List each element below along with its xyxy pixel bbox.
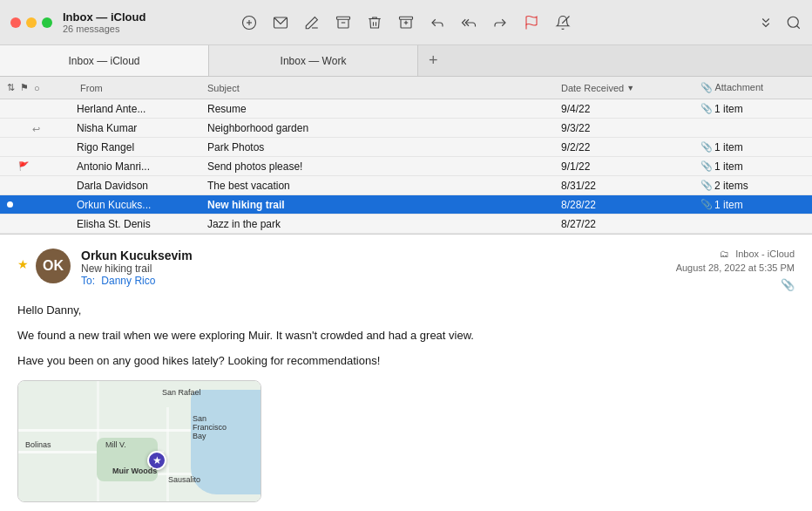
tabs: Inbox — iCloud Inbox — Work + <box>0 45 812 77</box>
main-content: ⇅ ⚑ ○ From Subject Date Received ▼ 📎 Att… <box>0 77 812 511</box>
email-row-1[interactable]: Herland Ante... Resume 9/4/22 📎 1 item <box>0 99 812 119</box>
search-icon[interactable] <box>786 15 802 31</box>
row-7-subject: Jazz in the park <box>207 218 561 230</box>
svg-line-12 <box>796 25 799 28</box>
row-6-date: 8/28/22 <box>561 199 700 211</box>
email-row-5[interactable]: Darla Davidson The best vacation 8/31/22… <box>0 176 812 195</box>
list-header: ⇅ ⚑ ○ From Subject Date Received ▼ 📎 Att… <box>0 77 812 99</box>
svg-point-11 <box>788 17 798 27</box>
row-3-attachment: 📎 1 item <box>700 141 805 153</box>
trash-icon[interactable] <box>367 15 382 31</box>
row-2-flags: ↩ <box>7 124 77 133</box>
replied-icon: ↩ <box>32 124 41 133</box>
compose-new-icon[interactable] <box>304 15 320 31</box>
body-line-3: We found a new trail when we were explor… <box>17 327 795 345</box>
window-title: Inbox — iCloud <box>63 10 145 24</box>
tab-work[interactable]: Inbox — Work <box>209 45 418 76</box>
reply-icon[interactable] <box>430 15 445 31</box>
row-1-attachment: 📎 1 item <box>700 103 805 115</box>
detail-meta: 🗂 Inbox - iCloud August 28, 2022 at 5:35… <box>676 249 795 291</box>
map-label-bolinas: Bolinas <box>25 440 51 449</box>
email-row-7[interactable]: Elisha St. Denis Jazz in the park 8/27/2… <box>0 215 812 234</box>
email-list: ⇅ ⚑ ○ From Subject Date Received ▼ 📎 Att… <box>0 77 812 235</box>
star-icon[interactable]: ★ <box>17 257 29 271</box>
detail-body: Hello Danny, We found a new trail when w… <box>17 302 795 370</box>
row-4-date: 9/1/22 <box>561 160 700 173</box>
row-2-subject: Neighborhood garden <box>207 122 561 134</box>
sort-read-icon[interactable]: ○ <box>34 83 40 93</box>
map-embed[interactable]: ★ San Rafael SanFranciscoBay Bolinas Mil… <box>17 380 261 502</box>
reply-all-icon[interactable] <box>461 15 477 31</box>
notify-icon[interactable] <box>555 15 571 31</box>
detail-header: ★ OK Orkun Kucuksevim New hiking trail T… <box>17 249 795 291</box>
row-2-from: Nisha Kumar <box>77 122 207 134</box>
from-header[interactable]: From <box>77 83 207 93</box>
traffic-lights <box>10 17 52 28</box>
detail-to: To: Danny Rico <box>81 275 676 287</box>
sort-unread-icon[interactable]: ⇅ <box>7 82 15 93</box>
map-label-sanrafael: San Rafael <box>162 388 201 397</box>
paperclip-icon: 📎 <box>700 141 713 153</box>
compose-icon[interactable] <box>241 15 257 31</box>
row-6-attachment: 📎 1 item <box>700 199 805 211</box>
flag-icon[interactable] <box>524 15 539 31</box>
flags-header[interactable]: ⇅ ⚑ ○ <box>7 82 77 93</box>
avatar: OK <box>36 249 71 283</box>
map-label-sfbay: SanFranciscoBay <box>193 414 227 440</box>
subject-header: Subject <box>207 83 561 93</box>
detail-subject: New hiking trail <box>81 262 676 275</box>
row-4-attachment: 📎 1 item <box>700 160 805 173</box>
row-4-subject: Send photos please! <box>207 160 561 173</box>
sort-flag-icon[interactable]: ⚑ <box>20 82 29 93</box>
toolbar <box>241 15 571 31</box>
map-label-sausalito: Sausalito <box>168 475 200 484</box>
add-tab-button[interactable]: + <box>418 45 449 76</box>
email-row-2[interactable]: ↩ Nisha Kumar Neighborhood garden 9/3/22 <box>0 119 812 138</box>
row-3-subject: Park Photos <box>207 141 561 153</box>
sender-name: Orkun Kucuksevim <box>81 249 676 262</box>
row-5-attachment: 📎 2 items <box>700 180 805 192</box>
forward-icon[interactable] <box>492 15 508 31</box>
attachment-header: 📎 Attachment <box>700 82 805 93</box>
svg-rect-6 <box>400 17 413 19</box>
junk-icon[interactable] <box>398 15 414 31</box>
message-count: 26 messages <box>63 24 145 34</box>
row-1-date: 9/4/22 <box>561 103 700 115</box>
map-label-muirwoods: Muir Woods <box>112 467 157 475</box>
date-header[interactable]: Date Received ▼ <box>561 83 700 93</box>
row-4-flags: 🚩 <box>7 161 77 171</box>
row-6-flags <box>7 201 77 208</box>
minimize-button[interactable] <box>26 17 37 28</box>
svg-rect-4 <box>337 17 350 19</box>
titlebar: Inbox — iCloud 26 messages <box>0 0 812 45</box>
row-1-from: Herland Ante... <box>77 103 207 115</box>
row-1-subject: Resume <box>207 103 561 115</box>
date-sort-arrow: ▼ <box>626 84 634 92</box>
tab-icloud[interactable]: Inbox — iCloud <box>0 45 209 76</box>
email-detail: ★ OK Orkun Kucuksevim New hiking trail T… <box>0 235 812 511</box>
row-2-date: 9/3/22 <box>561 122 700 134</box>
row-6-subject: New hiking trail <box>207 199 561 211</box>
unread-dot <box>7 201 13 208</box>
flag-icon: 🚩 <box>18 161 29 171</box>
more-icon[interactable] <box>758 15 774 31</box>
inbox-label: 🗂 Inbox - iCloud <box>720 249 795 259</box>
row-4-from: Antonio Manri... <box>77 160 207 173</box>
paperclip-icon: 📎 <box>700 160 713 172</box>
close-button[interactable] <box>10 17 21 28</box>
archive-icon[interactable] <box>335 15 351 31</box>
email-row-6[interactable]: Orkun Kucuks... New hiking trail 8/28/22… <box>0 195 812 215</box>
body-line-5: Have you been on any good hikes lately? … <box>17 352 795 371</box>
map-label-millv: Mill V. <box>105 440 126 449</box>
mail-icon[interactable] <box>273 15 288 31</box>
sender-info: Orkun Kucuksevim New hiking trail To: Da… <box>81 249 676 287</box>
title-info: Inbox — iCloud 26 messages <box>63 10 145 34</box>
attachment-icon: 📎 <box>781 278 795 291</box>
email-row-4[interactable]: 🚩 Antonio Manri... Send photos please! 9… <box>0 157 812 176</box>
row-5-from: Darla Davidson <box>77 180 207 192</box>
row-6-from: Orkun Kucuks... <box>77 199 207 211</box>
paperclip-icon: 📎 <box>700 103 713 114</box>
fullscreen-button[interactable] <box>42 17 52 28</box>
email-row-3[interactable]: Rigo Rangel Park Photos 9/2/22 📎 1 item <box>0 138 812 157</box>
row-7-date: 8/27/22 <box>561 218 700 230</box>
